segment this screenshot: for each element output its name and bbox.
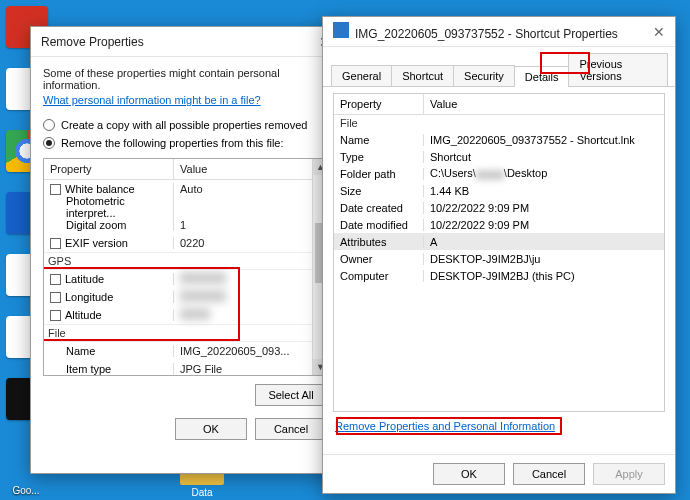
prop-value: DESKTOP-J9IM2BJ (this PC) [424,270,664,282]
checkbox[interactable] [50,184,61,195]
table-row[interactable]: Date modified10/22/2022 9:09 PM [334,216,664,233]
col-property[interactable]: Property [334,94,424,114]
help-link[interactable]: What personal information might be in a … [43,94,329,106]
col-value[interactable]: Value [174,159,312,179]
prop-label: Date created [334,202,424,214]
table-row[interactable]: ComputerDESKTOP-J9IM2BJ (this PC) [334,267,664,284]
prop-label: Folder path [334,168,424,180]
desktop-icon-label: Goo... [2,483,50,496]
prop-value: 0220 [174,237,312,249]
prop-label: White balance [65,183,135,195]
table-row[interactable]: Size1.44 KB [334,182,664,199]
prop-label: Date modified [334,219,424,231]
list-item[interactable]: Longitude [44,288,312,306]
prop-value: IMG_20220605_093... [174,345,312,357]
remove-properties-dialog: Remove Properties ✕ Some of these proper… [30,26,342,474]
list-item[interactable]: Latitude [44,270,312,288]
prop-label: Size [334,185,424,197]
col-property[interactable]: Property [44,159,174,179]
cancel-button[interactable]: Cancel [255,418,327,440]
prop-label: Owner [334,253,424,265]
radio-create-copy[interactable]: Create a copy with all possible properti… [43,119,329,131]
list-item[interactable]: Name IMG_20220605_093... [44,342,312,360]
tab-details[interactable]: Details [514,66,570,87]
blurred-value [180,272,226,284]
prop-value: 1 [174,219,312,231]
table-row[interactable]: NameIMG_20220605_093737552 - Shortcut.ln… [334,131,664,148]
table-row[interactable]: Folder pathC:\Users\\Desktop [334,165,664,182]
tab-general[interactable]: General [331,65,392,86]
list-item[interactable]: Digital zoom 1 [44,216,312,234]
list-item[interactable]: Item type JPG File [44,360,312,375]
radio-icon [43,137,55,149]
list-item[interactable]: Photometric interpret... [44,198,312,216]
prop-value: Auto [174,183,312,195]
prop-label: Digital zoom [66,219,127,231]
folder-label: Data [191,487,212,498]
checkbox[interactable] [50,310,61,321]
prop-value: JPG File [174,363,312,375]
table-row[interactable]: TypeShortcut [334,148,664,165]
checkbox[interactable] [50,292,61,303]
table-row[interactable]: AttributesA [334,233,664,250]
prop-label: Altitude [65,309,102,321]
intro-text: Some of these properties might contain p… [43,67,329,91]
prop-value: C:\Users\\Desktop [424,167,664,179]
tab-shortcut[interactable]: Shortcut [391,65,454,86]
checkbox[interactable] [50,238,61,249]
cancel-button[interactable]: Cancel [513,463,585,485]
prop-label: EXIF version [65,237,128,249]
prop-label: Item type [66,363,111,375]
table-row[interactable]: Date created10/22/2022 9:09 PM [334,199,664,216]
prop-value: 10/22/2022 9:09 PM [424,202,664,214]
window-title: IMG_20220605_093737552 - Shortcut Proper… [355,27,618,41]
window-title: Remove Properties [41,35,144,49]
prop-value: DESKTOP-J9IM2BJ\ju [424,253,664,265]
properties-listbox: Property Value White balance Auto Photom… [43,158,329,376]
prop-label: Longitude [65,291,113,303]
list-item[interactable]: EXIF version 0220 [44,234,312,252]
blurred-value [180,308,210,320]
radio-remove-following[interactable]: Remove the following properties from thi… [43,137,329,149]
tabs: General Shortcut Security Details Previo… [323,47,675,87]
prop-label: Latitude [65,273,104,285]
radio-label: Remove the following properties from thi… [61,137,284,149]
tab-security[interactable]: Security [453,65,515,86]
prop-value: A [424,236,664,248]
prop-label: Attributes [334,236,424,248]
apply-button[interactable]: Apply [593,463,665,485]
col-value[interactable]: Value [424,94,664,114]
prop-label: Type [334,151,424,163]
blurred-value [180,290,226,302]
details-table: Property Value File NameIMG_20220605_093… [333,93,665,412]
radio-icon [43,119,55,131]
group-gps: GPS [44,252,312,270]
table-header: Property Value [334,94,664,115]
table-row[interactable]: OwnerDESKTOP-J9IM2BJ\ju [334,250,664,267]
window-icon [333,22,349,38]
prop-value: Shortcut [424,151,664,163]
tab-previous-versions[interactable]: Previous Versions [568,53,668,86]
list-header: Property Value [44,159,312,180]
prop-value: IMG_20220605_093737552 - Shortcut.lnk [424,134,664,146]
prop-label: Name [334,134,424,146]
select-all-button[interactable]: Select All [255,384,327,406]
ok-button[interactable]: OK [175,418,247,440]
group-file: File [44,324,312,342]
blurred-value [476,170,504,180]
close-icon[interactable]: ✕ [653,24,665,40]
prop-label: Photometric interpret... [66,195,173,219]
prop-value: 10/22/2022 9:09 PM [424,219,664,231]
remove-properties-link[interactable]: Remove Properties and Personal Informati… [335,420,555,432]
titlebar: Remove Properties ✕ [31,27,341,57]
checkbox[interactable] [50,274,61,285]
prop-label: Computer [334,270,424,282]
ok-button[interactable]: OK [433,463,505,485]
titlebar: IMG_20220605_093737552 - Shortcut Proper… [323,17,675,47]
shortcut-properties-dialog: IMG_20220605_093737552 - Shortcut Proper… [322,16,676,494]
list-item[interactable]: Altitude [44,306,312,324]
prop-label: Name [66,345,95,357]
radio-label: Create a copy with all possible properti… [61,119,307,131]
prop-value: 1.44 KB [424,185,664,197]
group-file: File [334,115,664,131]
